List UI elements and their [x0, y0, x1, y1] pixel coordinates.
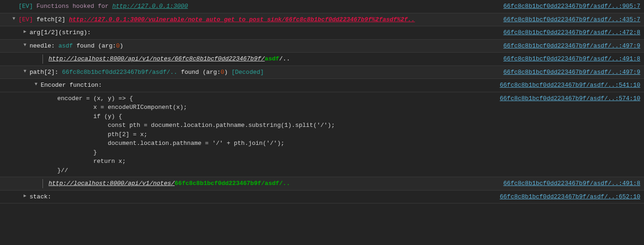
source-link[interactable]: 66fc8c8b1bcf0dd223467b9f/asdf/..:905:7 — [504, 3, 640, 10]
source-link[interactable]: 66fc8c8b1bcf0dd223467b9f/asdf/..:491:8 — [504, 55, 640, 62]
log-message: arg[1/2](string): — [30, 29, 91, 36]
disclosure-triangle[interactable]: ▶ — [22, 28, 28, 35]
log-row-r4: http://localhost:8000/api/v1/notes/66fc8… — [0, 53, 644, 66]
code-snippet: encoder = (x, y) => { x = encodeURICompo… — [52, 94, 491, 175]
source-link[interactable]: 66fc8c8b1bcf0dd223467b9f/asdf/..:497:9 — [504, 42, 640, 49]
log-row-r3: ▼needle: asdf found (arg:0)66fc8c8b1bcf0… — [0, 40, 644, 53]
log-row-r9: ▶stack:66fc8c8b1bcf0dd223467b9f/asdf/..:… — [0, 191, 644, 204]
log-message: Encoder function: — [41, 82, 102, 89]
log-message: needle: asdf found (arg:0) — [30, 42, 123, 49]
log-message: http://localhost:8000/api/v1/notes/66fc8… — [49, 55, 290, 62]
console-log-panel: [EV] Functions hooked for http://127.0.0… — [0, 0, 644, 203]
log-row-r0: [EV] Functions hooked for http://127.0.0… — [0, 0, 644, 13]
source-link[interactable]: 66fc8c8b1bcf0dd223467b9f/asdf/..:541:10 — [500, 82, 640, 89]
log-row-r8: http://localhost:8000/api/v1/notes/66fc8… — [0, 177, 644, 191]
disclosure-triangle[interactable]: ▼ — [11, 15, 17, 22]
log-row-r6: ▼Encoder function:66fc8c8b1bcf0dd223467b… — [0, 79, 644, 92]
log-message: http://localhost:8000/api/v1/notes/66fc8… — [49, 180, 290, 187]
log-row-r1: ▼[EV] fetch[2] http://127.0.0.1:3000/vul… — [0, 13, 644, 27]
log-row-r5: ▼path[2]: 66fc8c8b1bcf0dd223467b9f/asdf/… — [0, 66, 644, 79]
source-link[interactable]: 66fc8c8b1bcf0dd223467b9f/asdf/..:652:10 — [500, 193, 640, 200]
source-link[interactable]: 66fc8c8b1bcf0dd223467b9f/asdf/..:435:7 — [504, 16, 640, 23]
source-link[interactable]: 66fc8c8b1bcf0dd223467b9f/asdf/..:497:9 — [504, 69, 640, 76]
log-row-r2: ▶arg[1/2](string):66fc8c8b1bcf0dd223467b… — [0, 26, 644, 40]
source-link[interactable]: 66fc8c8b1bcf0dd223467b9f/asdf/..:491:8 — [504, 180, 640, 187]
log-message: [EV] Functions hooked for http://127.0.0… — [18, 3, 188, 10]
disclosure-triangle[interactable]: ▼ — [22, 68, 28, 75]
log-row-r7: encoder = (x, y) => { x = encodeURICompo… — [0, 92, 644, 178]
disclosure-triangle[interactable]: ▶ — [22, 192, 28, 199]
source-link[interactable]: 66fc8c8b1bcf0dd223467b9f/asdf/..:472:8 — [504, 29, 640, 36]
source-link[interactable]: 66fc8c8b1bcf0dd223467b9f/asdf/..:574:10 — [500, 95, 640, 102]
disclosure-triangle[interactable]: ▼ — [22, 42, 28, 48]
log-message: stack: — [30, 193, 51, 200]
log-message: path[2]: 66fc8c8b1bcf0dd223467b9f/asdf/.… — [30, 69, 264, 76]
disclosure-triangle[interactable]: ▼ — [33, 81, 39, 88]
log-message: [EV] fetch[2] http://127.0.0.1:3000/vuln… — [18, 16, 415, 23]
